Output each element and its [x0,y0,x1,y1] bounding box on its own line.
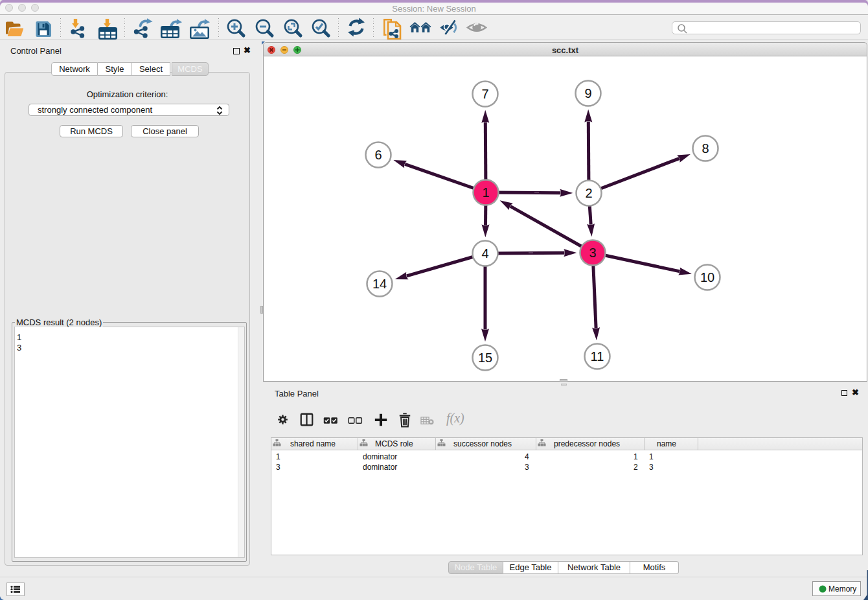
svg-text:11: 11 [591,349,604,363]
svg-text:6: 6 [374,148,382,162]
svg-text:1: 1 [482,185,489,200]
svg-text:10: 10 [700,270,714,284]
svg-text:3: 3 [589,246,596,260]
svg-text:15: 15 [478,351,492,365]
svg-text:8: 8 [702,141,709,156]
svg-text:7: 7 [481,87,488,101]
svg-text:14: 14 [372,277,387,291]
svg-text:4: 4 [481,246,488,260]
svg-text:9: 9 [584,86,591,100]
svg-text:2: 2 [585,186,592,200]
